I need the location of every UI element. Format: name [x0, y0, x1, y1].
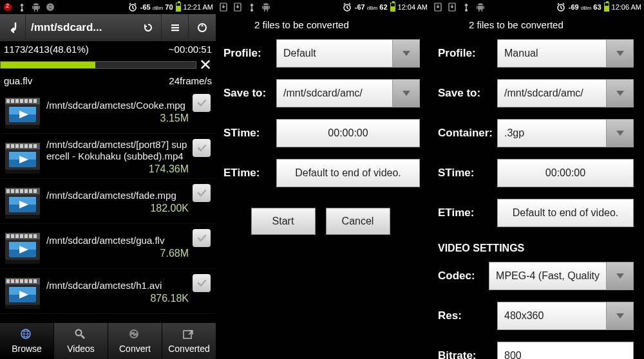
status-bar: 2 -65 dBm 70 12:21 AM	[0, 0, 216, 14]
video-thumbnail-icon	[3, 183, 43, 221]
menu-button[interactable]	[162, 14, 189, 41]
saveto-dropdown[interactable]: /mnt/sdcard/amc/	[276, 79, 420, 107]
file-path: /mnt/sdcard/amctest/[port87] supercell -…	[46, 139, 189, 162]
file-size: 174.36M	[46, 162, 189, 175]
file-checkbox[interactable]	[193, 94, 211, 112]
codec-label: Codec:	[435, 270, 489, 282]
progress-eta: ~00:00:51	[169, 44, 212, 55]
notification-icon: 2	[3, 2, 13, 12]
nav-videos[interactable]: Videos	[54, 323, 108, 359]
download-icon	[447, 2, 457, 12]
start-button[interactable]: Start	[251, 208, 316, 235]
profile-dropdown[interactable]: Default	[276, 39, 420, 68]
chevron-down-icon	[606, 40, 633, 67]
file-row[interactable]: /mnt/sdcard/amctest/gua.flv7.68M	[0, 224, 216, 269]
container-label: Container:	[435, 127, 497, 140]
profile-label: Profile:	[221, 47, 276, 60]
clock-time: 12:21 AM	[184, 3, 213, 11]
select-button[interactable]	[189, 14, 216, 41]
usb-icon	[247, 2, 257, 12]
signal-strength: -69 dBm 63	[569, 3, 601, 11]
current-file: gua.flv	[4, 75, 32, 86]
stime-label: STime:	[221, 127, 276, 140]
chevron-down-icon	[606, 80, 633, 107]
file-path: /mnt/sdcard/amctest/Cooke.mpg	[46, 100, 189, 111]
video-thumbnail-icon	[3, 273, 43, 311]
alarm-icon	[556, 2, 566, 12]
screen-file-browser: 2 -65 dBm 70 12:21 AM /mnt/sdcard... 117…	[0, 0, 216, 359]
clock-time: 12:06 AM	[612, 3, 641, 11]
chevron-down-icon	[392, 40, 419, 67]
nav-converted[interactable]: Converted	[162, 323, 216, 359]
video-thumbnail-icon	[3, 93, 43, 131]
file-checkbox[interactable]	[193, 229, 211, 247]
profile-label: Profile:	[435, 47, 497, 60]
file-list: /mnt/sdcard/amctest/Cooke.mpg3.15M /mnt/…	[0, 89, 216, 314]
file-checkbox[interactable]	[193, 139, 211, 157]
stime-label: STime:	[435, 167, 497, 180]
screen-convert-manual: -69 dBm 63 12:06 AM 2 files to be conver…	[430, 0, 644, 359]
res-dropdown[interactable]: 480x360	[497, 302, 634, 330]
android-icon	[261, 2, 271, 12]
progress-counter-row: 1173/2413(48.61%) ~00:00:51	[0, 41, 216, 55]
alarm-icon	[128, 2, 138, 12]
res-label: Res:	[435, 309, 497, 322]
chevron-down-icon	[392, 80, 419, 107]
status-bar: -69 dBm 63 12:06 AM	[430, 0, 644, 14]
download-icon	[218, 2, 229, 12]
etime-field[interactable]: Default to end of video.	[497, 199, 634, 227]
etime-field[interactable]: Default to end of video.	[276, 159, 420, 187]
video-thumbnail-icon	[3, 228, 43, 266]
nav-browse[interactable]: Browse	[0, 323, 54, 359]
path-title[interactable]: /mnt/sdcard...	[26, 14, 135, 41]
sync-icon	[45, 2, 55, 12]
screen-convert-default: -67 dBm 62 12:04 AM 2 files to be conver…	[216, 0, 430, 359]
file-row[interactable]: /mnt/sdcard/amctest/h1.avi876.18K	[0, 269, 216, 314]
file-row[interactable]: /mnt/sdcard/amctest/Cooke.mpg3.15M	[0, 89, 216, 134]
status-bar: -67 dBm 62 12:04 AM	[216, 0, 430, 14]
download-icon	[232, 2, 243, 12]
video-settings-header: VIDEO SETTINGS	[435, 239, 634, 262]
svg-point-30	[46, 3, 54, 11]
progress-bar	[0, 61, 196, 69]
file-row[interactable]: /mnt/sdcard/amctest/fade.mpg182.00K	[0, 179, 216, 224]
back-button[interactable]	[0, 14, 26, 41]
file-row[interactable]: /mnt/sdcard/amctest/[port87] supercell -…	[0, 134, 216, 179]
etime-label: ETime:	[221, 167, 276, 180]
signal-strength: -65 dBm 70	[140, 3, 173, 11]
profile-dropdown[interactable]: Manual	[497, 39, 634, 68]
file-size: 876.18K	[46, 291, 189, 304]
codec-dropdown[interactable]: MPEG-4 (Fast, Quality	[489, 262, 634, 290]
video-thumbnail-icon	[3, 138, 43, 176]
signal-strength: -67 dBm 62	[355, 3, 388, 11]
alarm-icon	[342, 2, 352, 12]
cancel-progress-button[interactable]: ✕	[196, 56, 214, 74]
frame-rate: 24frame/s	[169, 75, 212, 86]
usb-icon	[17, 2, 27, 12]
file-path: /mnt/sdcard/amctest/fade.mpg	[46, 190, 189, 201]
android-icon	[31, 2, 41, 12]
bitrate-input[interactable]: 800	[497, 342, 634, 359]
battery-icon	[390, 3, 395, 12]
file-path: /mnt/sdcard/amctest/h1.avi	[46, 280, 189, 291]
chevron-down-icon	[606, 120, 633, 147]
refresh-button[interactable]	[135, 14, 162, 41]
saveto-label: Save to:	[435, 87, 497, 100]
container-dropdown[interactable]: .3gp	[497, 119, 634, 147]
clock-time: 12:04 AM	[398, 3, 428, 11]
chevron-down-icon	[606, 262, 633, 290]
file-checkbox[interactable]	[193, 274, 211, 292]
android-icon	[475, 2, 486, 12]
battery-icon	[604, 3, 609, 12]
file-checkbox[interactable]	[193, 184, 211, 202]
nav-convert[interactable]: Convert	[108, 323, 162, 359]
usb-icon	[461, 2, 471, 12]
stime-field[interactable]: 00:00:00	[276, 119, 420, 147]
etime-label: ETime:	[435, 207, 497, 219]
stime-field[interactable]: 00:00:00	[497, 159, 634, 187]
cancel-button[interactable]: Cancel	[326, 208, 390, 235]
saveto-dropdown[interactable]: /mnt/sdcard/amc/	[497, 79, 634, 107]
chevron-down-icon	[606, 302, 633, 329]
bottom-nav: Browse Videos Convert Converted	[0, 323, 216, 359]
file-path: /mnt/sdcard/amctest/gua.flv	[46, 235, 189, 246]
